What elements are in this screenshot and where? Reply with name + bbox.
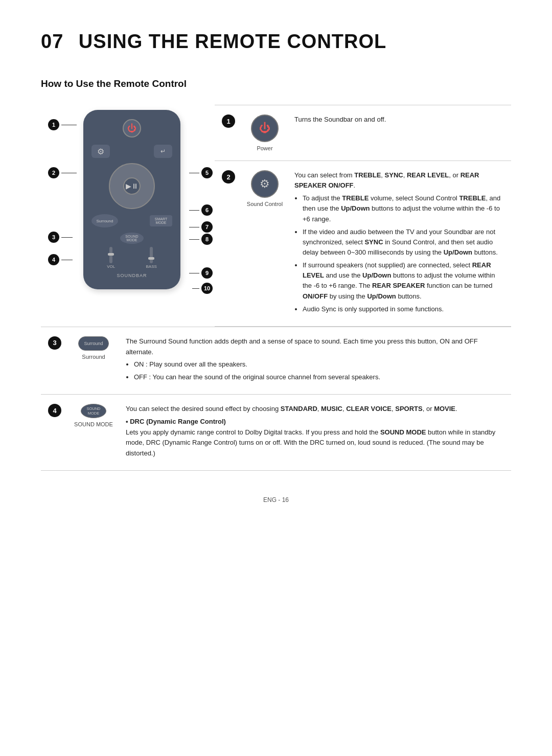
callout-2: 2: [48, 167, 59, 178]
power-label: Power: [257, 145, 272, 151]
row-badge-1: 1: [222, 114, 235, 128]
callout-1: 1: [48, 119, 59, 130]
info-row-2: 2 ⚙ Sound Control You can select from TR…: [215, 161, 511, 327]
smart-mode-button[interactable]: SMART MODE: [150, 215, 172, 226]
callout-3: 3: [48, 232, 59, 243]
row-badge-4: 4: [48, 404, 61, 417]
power-symbol: ⏻: [259, 122, 270, 135]
callout-10: 10: [201, 283, 213, 294]
section-heading: How to Use the Remote Control: [41, 78, 511, 89]
remote-illustration: 1 2 3 4 5 6 7: [41, 105, 215, 327]
info-row-1: 1 ⏻ Power Turns the Soundbar on and off.: [215, 105, 511, 161]
power-button-remote[interactable]: ⏻: [123, 119, 141, 138]
callout-4: 4: [48, 254, 59, 265]
surround-icon-display: Surround: [78, 336, 109, 351]
bottom-row-3: 3 Surround Surround The Surround Sound f…: [41, 327, 511, 395]
page-footer: ENG - 16: [41, 496, 511, 503]
row-icon-2: ⚙ Sound Control: [244, 170, 285, 207]
sound-mode-label-display: SOUND MODE: [74, 421, 113, 427]
sound-mode-icon-display: SOUNDMODE: [81, 404, 106, 418]
info-table: 1 ⏻ Power Turns the Soundbar on and off.…: [215, 105, 511, 327]
sound-control-symbol: ⚙: [260, 177, 270, 191]
dpad[interactable]: ▶⏸: [109, 163, 155, 209]
input-button[interactable]: ↵: [154, 145, 172, 158]
page-title: 07 USING THE REMOTE CONTROL: [41, 31, 511, 53]
remote-body: ⏻ ⚙ ↵ ▶⏸ Surround SMART MODE: [83, 110, 180, 289]
callout-6: 6: [201, 204, 213, 216]
row-desc-2: You can select from TREBLE, SYNC, REAR L…: [294, 170, 504, 317]
sound-control-button[interactable]: ⚙: [91, 145, 110, 158]
bottom-table: 3 Surround Surround The Surround Sound f…: [41, 327, 511, 471]
soundbar-label: SOUNDBAR: [91, 273, 172, 278]
sound-mode-button[interactable]: SOUNDMODE: [120, 233, 144, 244]
sound-control-label: Sound Control: [247, 201, 283, 207]
sound-control-icon-circle: ⚙: [251, 170, 279, 198]
row-icon-1: ⏻ Power: [244, 114, 285, 151]
row-badge-2: 2: [222, 170, 235, 184]
power-icon-circle: ⏻: [251, 114, 279, 142]
row-desc-3: The Surround Sound function adds depth a…: [126, 336, 504, 385]
callout-9: 9: [201, 267, 213, 279]
row-desc-4: You can select the desired sound effect …: [126, 404, 504, 461]
row-icon-3: Surround Surround: [71, 336, 117, 360]
row-desc-1: Turns the Soundbar on and off.: [294, 114, 504, 125]
callout-8: 8: [201, 234, 213, 245]
row-icon-4: SOUNDMODE SOUND MODE: [71, 404, 117, 427]
callout-7: 7: [201, 221, 213, 233]
bass-slider[interactable]: BASS: [146, 247, 156, 269]
surround-label-display: Surround: [82, 354, 105, 360]
surround-button[interactable]: Surround: [91, 214, 118, 227]
vol-slider[interactable]: VOL: [107, 247, 115, 269]
callout-5: 5: [201, 167, 213, 178]
dpad-center[interactable]: ▶⏸: [123, 177, 141, 195]
row-badge-3: 3: [48, 336, 61, 350]
bottom-row-4: 4 SOUNDMODE SOUND MODE You can select th…: [41, 395, 511, 471]
